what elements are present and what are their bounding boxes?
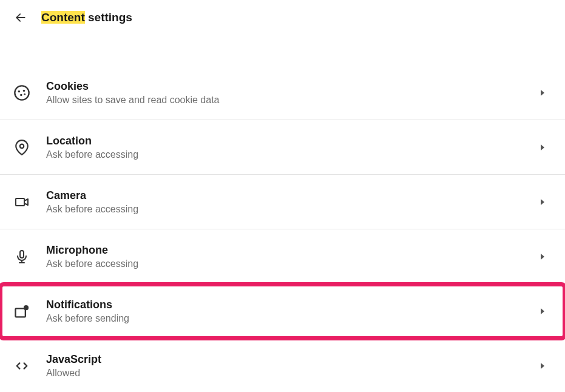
row-desc: Allowed <box>46 368 541 379</box>
svg-point-6 <box>20 144 24 148</box>
svg-point-4 <box>20 93 22 96</box>
row-text: Camera Ask before accessing <box>46 189 541 215</box>
row-title: Cookies <box>46 80 541 93</box>
row-title: Microphone <box>46 244 541 257</box>
row-location[interactable]: Location Ask before accessing <box>0 120 565 175</box>
row-text: Microphone Ask before accessing <box>46 244 541 269</box>
microphone-icon <box>13 248 30 265</box>
chevron-right-icon <box>541 308 544 314</box>
row-desc: Ask before sending <box>46 313 541 324</box>
title-rest: settings <box>85 11 132 24</box>
row-desc: Ask before accessing <box>46 149 541 160</box>
row-title: Notifications <box>46 299 541 311</box>
chevron-right-icon <box>541 254 544 260</box>
chevron-right-icon <box>541 199 544 205</box>
svg-point-2 <box>18 90 20 92</box>
svg-rect-9 <box>20 251 24 258</box>
camera-icon <box>13 194 30 211</box>
row-desc: Ask before accessing <box>46 204 541 215</box>
back-button[interactable] <box>15 12 27 24</box>
svg-point-1 <box>15 86 29 100</box>
notifications-icon <box>13 303 30 320</box>
row-text: Notifications Ask before sending <box>46 299 541 324</box>
row-microphone[interactable]: Microphone Ask before accessing <box>0 229 565 284</box>
arrow-left-icon <box>15 12 27 24</box>
row-desc: Ask before accessing <box>46 259 541 269</box>
row-title: Camera <box>46 189 541 202</box>
title-highlight: Content <box>41 11 85 24</box>
chevron-right-icon <box>541 363 544 369</box>
cookie-icon <box>13 84 30 101</box>
row-title: JavaScript <box>46 353 541 366</box>
row-text: JavaScript Allowed <box>46 353 541 379</box>
code-icon <box>13 357 30 374</box>
svg-point-5 <box>24 93 25 95</box>
chevron-right-icon <box>541 90 544 96</box>
row-desc: Allow sites to save and read cookie data <box>46 95 541 106</box>
svg-point-13 <box>24 305 29 310</box>
svg-marker-8 <box>24 199 28 205</box>
chevron-right-icon <box>541 144 544 150</box>
settings-list: Cookies Allow sites to save and read coo… <box>0 66 565 392</box>
svg-rect-12 <box>16 308 25 317</box>
location-pin-icon <box>13 139 30 156</box>
row-javascript[interactable]: JavaScript Allowed <box>0 339 565 392</box>
page-title: Content settings <box>41 11 132 24</box>
row-notifications[interactable]: Notifications Ask before sending <box>0 284 565 339</box>
row-text: Location Ask before accessing <box>46 135 541 160</box>
row-camera[interactable]: Camera Ask before accessing <box>0 175 565 229</box>
row-title: Location <box>46 135 541 147</box>
row-text: Cookies Allow sites to save and read coo… <box>46 80 541 106</box>
row-cookies[interactable]: Cookies Allow sites to save and read coo… <box>0 66 565 120</box>
svg-point-3 <box>23 89 25 92</box>
svg-rect-7 <box>16 198 24 206</box>
header: Content settings <box>0 0 565 35</box>
